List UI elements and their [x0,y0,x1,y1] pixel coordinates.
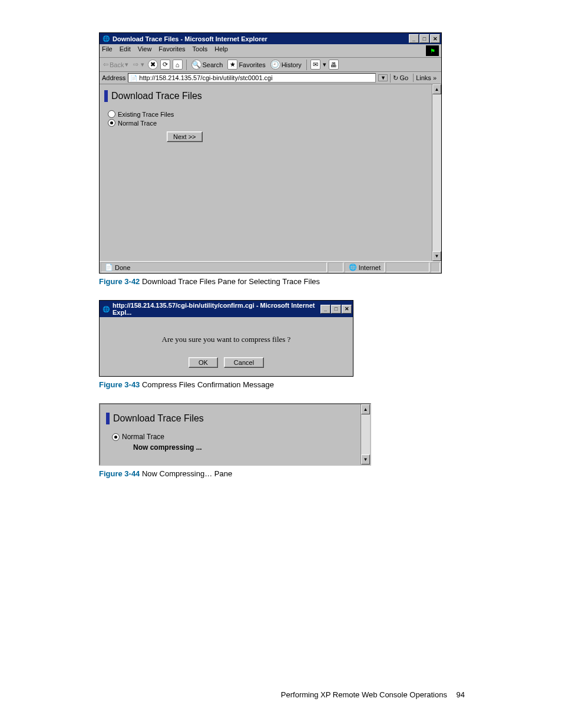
pane-title-text: Download Trace Files [111,91,202,101]
toolbar-separator [186,60,187,70]
address-input[interactable]: 📄 http://158.214.135.57/cgi-bin/utility/… [128,73,376,83]
favorites-button[interactable]: ★Favorites [226,59,266,70]
pane-title-text: Download Trace Files [113,413,204,424]
ok-button[interactable]: OK [189,357,218,368]
confirm-message: Are you sure you want to compress files … [105,335,347,344]
radio-normal-trace[interactable]: Normal Trace [112,433,355,441]
stop-icon[interactable]: ✖ [148,60,158,70]
home-icon[interactable]: ⌂ [173,60,183,70]
figure-number: Figure 3-43 [99,380,140,389]
vertical-scrollbar[interactable]: ▲ ▼ [432,84,441,261]
mail-icon[interactable]: ✉ [310,60,320,70]
scroll-up-icon[interactable]: ▲ [432,84,441,94]
close-button[interactable]: ✕ [430,34,440,43]
compressing-pane: Download Trace Files Normal Trace Now co… [99,403,371,466]
minimize-button[interactable]: _ [320,305,330,314]
toolbar-separator [306,60,307,70]
figure-text: Now Compressing… Pane [140,469,232,478]
menu-favorites[interactable]: Favorites [158,45,185,56]
menu-bar: File Edit View Favorites Tools Help ⚑ [100,44,441,58]
status-zone: 🌐 Internet [345,262,385,272]
title-bar-icon [104,90,108,102]
page-footer: Performing XP Remote Web Console Operati… [99,690,465,699]
menu-view[interactable]: View [138,45,152,56]
figure-caption-1: Figure 3-42 Download Trace Files Pane fo… [99,277,465,286]
favorites-icon: ★ [227,60,237,70]
figure-text: Download Trace Files Pane for Selecting … [140,277,320,286]
address-url-text: http://158.214.135.57/cgi-bin/utility/st… [139,74,272,81]
ie-window-download-trace: 🌐 Download Trace Files - Microsoft Inter… [99,32,442,274]
refresh-icon[interactable]: ⟳ [160,60,170,70]
window-title: Download Trace Files - Microsoft Interne… [113,35,409,42]
maximize-button[interactable]: □ [419,34,429,43]
page-number: 94 [457,690,465,699]
radio-icon [108,110,115,118]
close-button[interactable]: ✕ [342,305,352,314]
figure-number: Figure 3-42 [99,277,140,286]
scroll-down-icon[interactable]: ▼ [432,251,441,261]
search-button[interactable]: 🔍Search [190,59,224,70]
footer-text: Performing XP Remote Web Console Operati… [281,690,447,699]
status-bar: 📄 Done 🌐 Internet [100,261,441,273]
radio-existing-trace[interactable]: Existing Trace Files [108,110,427,118]
toolbar: ⇦ Back ▾ ⇨ ▾ ✖ ⟳ ⌂ 🔍Search ★Favorites 🕘H… [100,58,441,72]
ie-throbber-icon: ⚑ [426,45,439,56]
history-button[interactable]: 🕘History [269,59,303,70]
radio-label: Existing Trace Files [118,111,174,118]
next-button[interactable]: Next >> [167,131,203,142]
figure-caption-3: Figure 3-44 Now Compressing… Pane [99,469,465,478]
menu-file[interactable]: File [102,45,113,56]
minimize-button[interactable]: _ [409,34,419,43]
titlebar[interactable]: 🌐 Download Trace Files - Microsoft Inter… [100,33,441,44]
page-icon: 📄 [130,75,137,81]
confirm-dialog: 🌐 http://158.214.135.57/cgi-bin/utility/… [99,300,353,377]
compressing-status: Now compressing ... [133,443,355,452]
radio-checked-icon [108,119,115,127]
cancel-button[interactable]: Cancel [224,357,264,368]
internet-zone-icon: 🌐 [349,263,357,271]
search-icon: 🔍 [191,60,201,70]
browser-content: Download Trace Files Existing Trace File… [100,84,441,261]
radio-normal-trace[interactable]: Normal Trace [108,119,427,127]
maximize-button[interactable]: □ [331,305,341,314]
pane-title: Download Trace Files [106,413,355,424]
back-button[interactable]: ⇦ Back ▾ [102,60,130,69]
page-icon: 📄 [105,263,113,271]
dialog-title-text: http://158.214.135.57/cgi-bin/utility/co… [113,302,320,316]
ie-logo-icon: 🌐 [102,305,110,313]
address-bar: Address 📄 http://158.214.135.57/cgi-bin/… [100,72,441,84]
scroll-up-icon[interactable]: ▲ [361,404,370,414]
menu-edit[interactable]: Edit [120,45,131,56]
scroll-down-icon[interactable]: ▼ [361,454,370,465]
menu-help[interactable]: Help [214,45,228,56]
ie-logo-icon: 🌐 [102,35,110,43]
figure-text: Compress Files Confirmation Message [140,380,274,389]
pane-title: Download Trace Files [104,90,427,102]
radio-label: Normal Trace [122,433,164,441]
dialog-titlebar[interactable]: 🌐 http://158.214.135.57/cgi-bin/utility/… [100,301,353,317]
address-label: Address [102,74,125,81]
go-button[interactable]: ↻ Go [390,74,411,83]
resize-grip-icon[interactable] [431,262,440,272]
forward-button[interactable]: ⇨ ▾ [132,60,145,69]
title-bar-icon [106,413,110,424]
links-button[interactable]: Links » [413,74,439,82]
figure-caption-2: Figure 3-43 Compress Files Confirmation … [99,380,465,389]
print-icon[interactable]: 🖶 [329,60,339,70]
menu-tools[interactable]: Tools [193,45,208,56]
history-icon: 🕘 [270,60,280,70]
status-done: 📄 Done [101,262,327,272]
radio-label: Normal Trace [118,120,157,127]
figure-number: Figure 3-44 [99,469,140,478]
vertical-scrollbar[interactable]: ▲ ▼ [361,404,370,465]
address-dropdown-icon[interactable]: ▼ [378,74,388,81]
radio-checked-icon [112,433,120,441]
